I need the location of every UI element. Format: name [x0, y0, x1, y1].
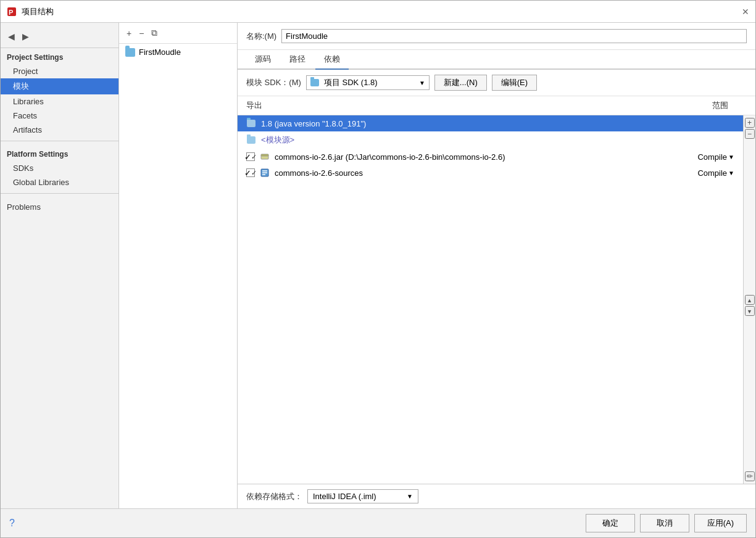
jar-icon [260, 152, 270, 162]
module-list: + − ⧉ FirstMoudle [119, 23, 238, 508]
app-icon: P [7, 7, 17, 17]
module-toolbar: + − ⧉ [119, 23, 237, 44]
move-down-button[interactable] [745, 306, 755, 316]
commons-jar-scope[interactable]: Compile ▼ [697, 152, 734, 162]
move-up-button[interactable] [745, 295, 755, 305]
sidebar-item-artifacts[interactable]: Artifacts [1, 123, 118, 137]
export-item-commons-jar[interactable]: ✓ commons-io-2.6.jar [238, 149, 743, 165]
remove-module-button[interactable]: − [136, 27, 146, 39]
bottom-row: 依赖存储格式： IntelliJ IDEA (.iml) ▼ [238, 484, 755, 508]
remove-dep-icon: − [747, 130, 752, 138]
project-settings-header: Project Settings [1, 48, 118, 64]
sidebar-item-project[interactable]: Project [1, 64, 118, 78]
back-button[interactable]: ◀ [6, 30, 17, 43]
title-bar: P 项目结构 ✕ [1, 1, 755, 23]
add-dep-icon: + [747, 118, 752, 127]
chevron-up-icon [747, 296, 752, 304]
name-row: 名称:(M) [238, 23, 755, 50]
platform-settings-header: Platform Settings [1, 145, 118, 161]
apply-button[interactable]: 应用(A) [694, 514, 747, 532]
tabs-row: 源码 路径 依赖 [238, 50, 755, 70]
commons-jar-checkbox[interactable]: ✓ [246, 152, 255, 161]
sidebar: ◀ ▶ Project Settings Project 模块 Librarie… [1, 23, 119, 508]
export-item-module-source[interactable]: <模块源> [238, 131, 743, 149]
sidebar-item-module[interactable]: 模块 [1, 78, 118, 94]
tab-deps[interactable]: 依赖 [315, 50, 349, 70]
sidebar-item-problems[interactable]: Problems [1, 197, 118, 214]
add-module-button[interactable]: + [124, 27, 134, 39]
module-item-firstmoudle[interactable]: FirstMoudle [119, 44, 237, 60]
format-dropdown[interactable]: IntelliJ IDEA (.iml) ▼ [307, 489, 418, 503]
export-item-commons-sources[interactable]: ✓ [238, 165, 743, 181]
module-folder-icon [125, 48, 135, 57]
format-value: IntelliJ IDEA (.iml) [313, 492, 376, 501]
format-label: 依赖存储格式： [246, 491, 302, 502]
sidebar-item-facets[interactable]: Facets [1, 109, 118, 123]
format-dropdown-arrow: ▼ [407, 493, 413, 500]
sdk-value: 项目 SDK (1.8) [322, 77, 380, 88]
scope-label: 范围 [712, 100, 728, 111]
sdk-dropdown-arrow: ▼ [419, 80, 425, 86]
exports-header: 导出 范围 [238, 96, 755, 115]
scope-dropdown-arrow: ▼ [728, 154, 734, 160]
forward-button[interactable]: ▶ [20, 30, 31, 43]
commons-sources-checkbox[interactable]: ✓ [246, 168, 255, 177]
help-button[interactable]: ? [9, 518, 15, 529]
minus-icon: − [139, 28, 144, 38]
svg-text:P: P [9, 9, 13, 16]
sdk-dropdown[interactable]: 项目 SDK (1.8) ▼ [306, 75, 430, 90]
commons-sources-label: commons-io-2.6-sources [275, 168, 363, 178]
nav-buttons: ◀ ▶ [1, 28, 118, 48]
exports-right-toolbar: + − ✏ [743, 115, 755, 484]
sdk-folder-icon [310, 79, 319, 86]
project-structure-dialog: P 项目结构 ✕ ◀ ▶ Project Settings Project 模块… [0, 0, 756, 538]
edit-icon: ✏ [747, 472, 753, 481]
add-icon: + [127, 28, 131, 38]
remove-dep-button[interactable]: − [745, 129, 755, 139]
exports-container: 1.8 (java version "1.8.0_191") <模块源> [238, 115, 755, 484]
sdk-item-label: 1.8 (java version "1.8.0_191") [261, 119, 366, 128]
copy-icon: ⧉ [151, 28, 157, 38]
chevron-down-icon [747, 307, 752, 315]
sources-icon [260, 168, 270, 178]
dependency-bar: 模块 SDK：(M) 项目 SDK (1.8) ▼ 新建...(N) 编辑(E) [238, 70, 755, 96]
cancel-button[interactable]: 取消 [640, 514, 689, 532]
sdk-icon [246, 118, 256, 128]
tab-path[interactable]: 路径 [281, 50, 314, 70]
commons-sources-scope[interactable]: Compile ▼ [697, 168, 734, 178]
module-sdk-label: 模块 SDK：(M) [246, 77, 301, 88]
new-sdk-button[interactable]: 新建...(N) [434, 75, 487, 91]
sidebar-item-global-libraries[interactable]: Global Libraries [1, 175, 118, 189]
sidebar-item-libraries[interactable]: Libraries [1, 94, 118, 109]
edit-sdk-button[interactable]: 编辑(E) [492, 75, 537, 91]
module-name-input[interactable] [281, 29, 747, 43]
right-panel: 名称:(M) 源码 路径 依赖 模块 SDK：(M) [238, 23, 755, 508]
commons-jar-label: commons-io-2.6.jar (D:\Jar\commons-io-2.… [275, 152, 505, 162]
ok-button[interactable]: 确定 [586, 514, 635, 532]
sidebar-divider-2 [1, 193, 118, 194]
exports-label: 导出 [246, 100, 262, 111]
main-content: ◀ ▶ Project Settings Project 模块 Librarie… [1, 23, 755, 508]
sidebar-item-sdks[interactable]: SDKs [1, 161, 118, 175]
module-source-icon [246, 135, 256, 145]
scope-dropdown-arrow-2: ▼ [728, 170, 734, 176]
export-item-sdk[interactable]: 1.8 (java version "1.8.0_191") [238, 115, 743, 131]
exports-section: 导出 范围 1.8 (java version "1.8.0_191") [238, 96, 755, 484]
svg-rect-3 [261, 154, 268, 156]
dialog-title: 项目结构 [22, 6, 54, 17]
sidebar-divider [1, 141, 118, 141]
copy-module-button[interactable]: ⧉ [149, 27, 160, 39]
edit-dep-button[interactable]: ✏ [745, 471, 755, 481]
close-button[interactable]: ✕ [742, 7, 749, 17]
title-bar-left: P 项目结构 [7, 6, 54, 17]
name-label: 名称:(M) [246, 31, 276, 42]
dialog-footer: ? 确定 取消 应用(A) [1, 508, 755, 537]
tab-source[interactable]: 源码 [246, 50, 280, 70]
module-name: FirstMoudle [139, 48, 181, 57]
module-source-label: <模块源> [261, 134, 294, 146]
add-dep-button[interactable]: + [745, 118, 755, 128]
exports-main: 1.8 (java version "1.8.0_191") <模块源> [238, 115, 743, 484]
